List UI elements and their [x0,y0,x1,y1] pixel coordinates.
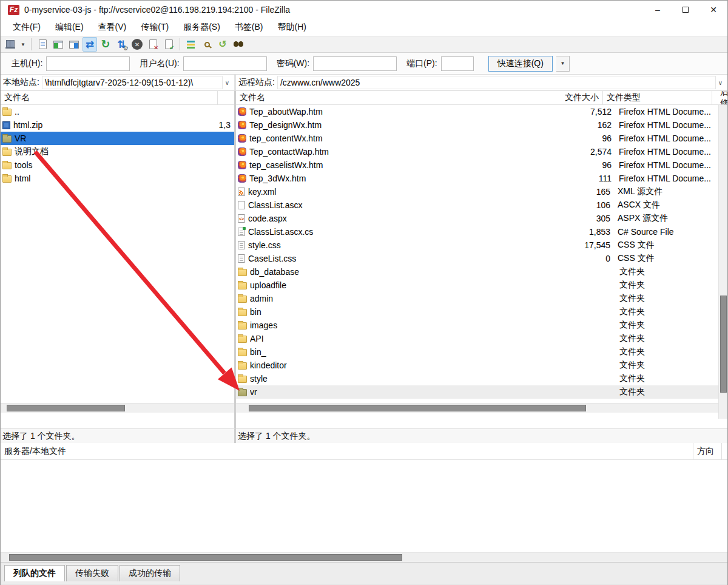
menu-item-6[interactable]: 帮助(H) [270,19,313,35]
local-file-row[interactable]: html [1,172,234,185]
remote-column-modified[interactable]: 最后修改 [719,91,727,104]
remote-horizontal-scrollbar[interactable] [236,403,718,413]
folder-icon [238,269,247,276]
remote-file-row[interactable]: admin文件夹2 [236,292,727,305]
remote-file-row[interactable]: ClassList.ascx.cs1,853C# Source File2 [236,225,727,238]
remote-tree-icon[interactable] [67,37,81,52]
file-type: 文件夹 [615,333,716,344]
file-name: tep_caselistWx.htm [249,160,505,170]
cancel-icon[interactable]: ✕ [130,37,144,52]
file-name: Tep_3dWx.htm [249,174,505,183]
remote-path-chevron-icon[interactable]: ∨ [716,79,725,86]
sync-browse-icon[interactable]: ↺ [215,37,230,52]
remote-file-row[interactable]: bin文件夹2 [236,305,727,319]
process-queue-icon[interactable]: ⇅⚙ [114,37,129,52]
remote-file-row[interactable]: API文件夹2 [236,332,727,345]
remote-vscroll-thumb[interactable] [720,296,727,393]
password-label: 密码(W): [277,58,309,69]
remote-file-row[interactable]: tep_contentWx.htm96Firefox HTML Docume..… [236,132,727,145]
remote-file-row[interactable]: vr文件夹 [236,385,727,399]
local-path-chevron-icon[interactable]: ∨ [223,79,232,86]
username-input[interactable] [183,56,267,71]
remote-site-path[interactable]: /czwww.cn/www2025 [277,76,716,89]
remote-file-row[interactable]: images文件夹2 [236,319,727,332]
remote-file-row[interactable]: Tep_contactWap.htm2,574Firefox HTML Docu… [236,145,727,158]
file-type: 文件夹 [615,373,716,384]
close-button[interactable]: ✕ [699,1,727,19]
queue-column-direction[interactable]: 方向 [693,443,721,459]
remote-file-row[interactable]: key.xml165XML 源文件2 [236,185,727,198]
local-horizontal-scrollbar[interactable] [1,403,234,413]
quickconnect-dropdown[interactable]: ▼ [556,56,570,72]
queue-column-server[interactable]: 服务器/本地文件 [1,443,693,459]
file-type: 文件夹 [615,347,716,357]
file-type: Firefox HTML Docume... [614,147,716,157]
minimize-button[interactable]: – [644,1,672,19]
menu-item-1[interactable]: 编辑(E) [48,19,91,35]
port-input[interactable] [441,56,474,71]
local-site-path[interactable]: \html\dfcjtgtarv7-2025-12-09(15-01-12)\ [42,76,223,89]
remote-file-row[interactable]: Tep_3dWx.htm111Firefox HTML Docume...2 [236,172,727,185]
disconnect-icon[interactable]: ✕ [146,37,160,52]
local-file-row[interactable]: VR [1,132,234,145]
menu-item-2[interactable]: 查看(V) [91,19,134,35]
menu-item-0[interactable]: 文件(F) [5,19,48,35]
remote-file-row[interactable]: kindeditor文件夹2 [236,359,727,372]
remote-file-row[interactable]: style文件夹2 [236,372,727,385]
compare-icon[interactable] [200,37,214,52]
remote-file-row[interactable]: CaseList.css0CSS 文件2 [236,252,727,265]
local-file-row[interactable]: tools [1,158,234,172]
queue-tab-1[interactable]: 传输失败 [66,565,118,581]
remote-column-filesize[interactable]: 文件大小 [491,91,603,104]
queue-horizontal-scrollbar[interactable] [1,552,727,562]
queue-tab-0[interactable]: 列队的文件 [4,565,65,581]
reconnect-icon[interactable]: ✔ [161,37,176,52]
local-column-filename[interactable]: 文件名 [1,91,218,104]
remote-file-row[interactable]: Tep_designWx.htm162Firefox HTML Docume..… [236,118,727,132]
remote-file-row[interactable]: style.css17,545CSS 文件2 [236,238,727,252]
folder-icon [238,322,247,330]
file-name: Tep_designWx.htm [249,120,505,130]
filezilla-window: Fz 0-myservice-03-js - ftp://vcservice02… [0,0,728,585]
quickconnect-button[interactable]: 快速连接(Q) [488,56,553,72]
remote-site-label: 远程站点: [238,77,275,88]
local-file-row[interactable]: .. [1,105,234,118]
queue-hscroll-thumb[interactable] [9,554,402,561]
queue-tab-2[interactable]: 成功的传输 [120,565,180,581]
file-name: html [15,174,215,183]
file-type: ASPX 源文件 [613,213,715,224]
local-hscroll-thumb[interactable] [7,405,125,411]
remote-file-row[interactable]: Tep_aboutWap.htm7,512Firefox HTML Docume… [236,105,727,118]
remote-column-filename[interactable]: 文件名 [236,91,491,104]
menu-item-5[interactable]: 书签(B) [228,19,271,35]
maximize-button[interactable] [672,1,699,19]
local-tree-icon[interactable] [51,37,66,52]
remote-file-row[interactable]: db_database文件夹2 [236,265,727,279]
title-bar: Fz 0-myservice-03-js - ftp://vcservice02… [1,1,727,19]
remote-file-row[interactable]: tep_caselistWx.htm96Firefox HTML Docume.… [236,158,727,172]
site-manager-dropdown[interactable]: ▼ [19,37,27,52]
find-files-icon[interactable] [231,37,246,52]
remote-vertical-scrollbar[interactable] [718,105,727,419]
message-log-icon[interactable] [35,37,50,52]
site-manager-icon[interactable] [3,37,18,52]
local-file-row[interactable]: html.zip1,3 [1,118,234,132]
filter-icon[interactable] [184,37,198,52]
local-file-row[interactable]: 说明文档 [1,145,234,158]
remote-file-row[interactable]: bin_文件夹2 [236,345,727,359]
file-name: code.aspx [248,214,504,223]
transfer-queue-icon[interactable]: ⇄ [83,37,97,52]
file-size: 106 [504,200,613,210]
remote-column-filetype[interactable]: 文件类型 [603,91,712,104]
remote-file-row[interactable]: uploadfile文件夹2 [236,279,727,292]
remote-file-row[interactable]: ClassList.ascx106ASCX 文件2 [236,198,727,212]
host-input[interactable] [46,56,130,71]
password-input[interactable] [313,56,397,71]
remote-file-row[interactable]: code.aspx305ASPX 源文件2 [236,212,727,225]
refresh-icon[interactable]: ↻ [98,37,113,52]
menu-item-4[interactable]: 服务器(S) [176,19,228,35]
firefox-icon [238,161,246,169]
doc-icon [238,201,245,209]
remote-hscroll-thumb[interactable] [249,405,586,411]
menu-item-3[interactable]: 传输(T) [133,19,176,35]
